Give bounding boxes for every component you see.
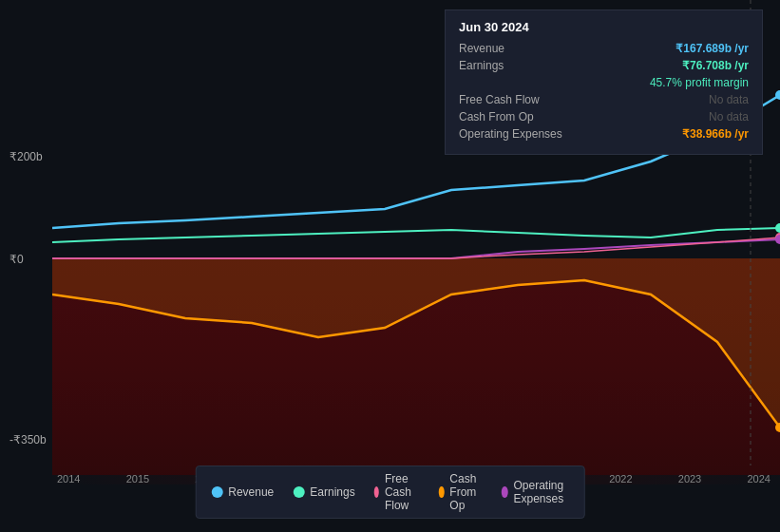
tooltip-fcf-label: Free Cash Flow xyxy=(459,93,573,106)
x-label-2022: 2022 xyxy=(609,473,632,484)
chart-legend: Revenue Earnings Free Cash Flow Cash Fro… xyxy=(195,466,585,519)
tooltip-opex-row: Operating Expenses ₹38.966b /yr xyxy=(459,127,749,141)
tooltip-profit-margin: 45.7% profit margin xyxy=(650,76,749,89)
tooltip-earnings-label: Earnings xyxy=(459,59,573,72)
x-label-2023: 2023 xyxy=(678,473,701,484)
legend-cashfromop-dot xyxy=(439,486,444,498)
legend-revenue-label: Revenue xyxy=(228,485,274,499)
legend-cashfromop-label: Cash From Op xyxy=(449,472,483,512)
x-label-2024: 2024 xyxy=(747,473,770,484)
tooltip-cashfromop-row: Cash From Op No data xyxy=(459,110,749,124)
tooltip-revenue-label: Revenue xyxy=(459,42,573,55)
tooltip-opex-label: Operating Expenses xyxy=(459,127,573,141)
legend-revenue-dot xyxy=(211,486,222,498)
legend-fcf[interactable]: Free Cash Flow xyxy=(374,472,420,512)
legend-earnings-dot xyxy=(293,486,304,498)
tooltip-revenue-value: ₹167.689b /yr xyxy=(675,42,749,55)
legend-fcf-label: Free Cash Flow xyxy=(385,472,420,512)
legend-earnings-label: Earnings xyxy=(310,485,354,499)
legend-cashfromop[interactable]: Cash From Op xyxy=(439,472,483,512)
tooltip-date: Jun 30 2024 xyxy=(459,20,749,34)
legend-revenue[interactable]: Revenue xyxy=(211,485,274,499)
legend-earnings[interactable]: Earnings xyxy=(293,485,354,499)
x-label-2015: 2015 xyxy=(126,473,149,484)
legend-opex[interactable]: Operating Expenses xyxy=(502,479,569,505)
tooltip-profit-row: 45.7% profit margin xyxy=(459,76,749,89)
legend-fcf-dot xyxy=(374,486,379,498)
legend-opex-label: Operating Expenses xyxy=(513,479,568,505)
tooltip-earnings-value: ₹76.708b /yr xyxy=(682,59,749,72)
tooltip-earnings-row: Earnings ₹76.708b /yr xyxy=(459,59,749,72)
tooltip-cashfromop-value: No data xyxy=(709,110,749,124)
y-label-top: ₹200b xyxy=(10,150,43,163)
y-label-zero: ₹0 xyxy=(10,253,24,266)
tooltip-opex-value: ₹38.966b /yr xyxy=(682,127,749,141)
y-label-bottom: -₹350b xyxy=(10,433,47,446)
tooltip-panel: Jun 30 2024 Revenue ₹167.689b /yr Earnin… xyxy=(445,10,763,155)
tooltip-revenue-row: Revenue ₹167.689b /yr xyxy=(459,42,749,55)
tooltip-fcf-value: No data xyxy=(709,93,749,106)
tooltip-fcf-row: Free Cash Flow No data xyxy=(459,93,749,106)
x-label-2014: 2014 xyxy=(57,473,80,484)
tooltip-cashfromop-label: Cash From Op xyxy=(459,110,573,124)
legend-opex-dot xyxy=(502,486,507,498)
